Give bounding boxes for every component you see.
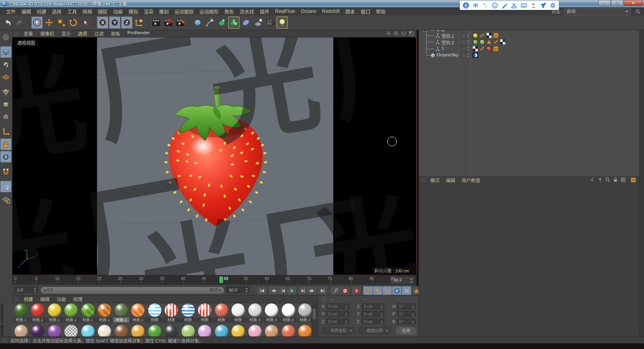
viewport-menu-item[interactable]: 面板	[107, 30, 124, 37]
material-swatch[interactable]: 材质.1	[63, 303, 79, 322]
panel-grip-icon[interactable]	[14, 31, 19, 36]
panel-grip-icon[interactable]	[14, 297, 19, 301]
menubar-item[interactable]: Redshift	[319, 8, 343, 14]
material-swatch[interactable]: 材质.1	[30, 303, 46, 322]
texture-mode-button[interactable]	[0, 59, 11, 70]
attribute-manager-menu-item[interactable]: 编辑	[443, 177, 458, 183]
menubar-item[interactable]: 运动图形	[196, 8, 221, 15]
apply-button[interactable]: 应用	[396, 327, 417, 334]
grid4-icon[interactable]	[620, 177, 626, 183]
menubar-item[interactable]: RealFlow	[272, 8, 298, 14]
material-swatch[interactable]	[13, 325, 29, 337]
apostrophe-icon[interactable]: °,	[482, 2, 489, 9]
back-arrow-icon[interactable]	[590, 177, 595, 183]
start-frame-field[interactable]: 0 F	[14, 287, 38, 293]
material-swatch[interactable]	[264, 325, 280, 337]
panel-grip-icon[interactable]	[2, 338, 6, 343]
object-row[interactable]: 空白.1	[419, 32, 640, 39]
workplane-mode-button[interactable]	[0, 71, 11, 83]
points-mode-button[interactable]	[0, 86, 11, 98]
scale-tool-button[interactable]	[56, 17, 67, 29]
object-manager-tree[interactable]: 0草莓空白.1空白.21OctaneSky	[419, 24, 640, 176]
search-icon[interactable]	[635, 9, 641, 15]
object-name[interactable]: 空白.2	[442, 39, 454, 46]
object-row[interactable]: 空白.2	[419, 39, 640, 45]
coordinate-value-field[interactable]: 0 °	[397, 319, 416, 324]
material-swatch[interactable]	[130, 325, 146, 337]
lock-x-axis-button[interactable]: X	[97, 17, 108, 29]
tag-ball-icon[interactable]	[473, 39, 478, 45]
emoji-icon[interactable]	[491, 2, 498, 9]
toggle-scale-button[interactable]	[373, 286, 382, 295]
menubar-item[interactable]: 捕捉	[95, 8, 110, 15]
material-swatch[interactable]	[80, 325, 96, 337]
tag-ball-icon[interactable]	[473, 33, 478, 38]
coordinate-mode-dropdown[interactable]: 缩放比例	[359, 327, 391, 334]
material-swatch[interactable]: 材质.3	[247, 303, 263, 322]
menubar-item[interactable]: 角色	[221, 8, 237, 15]
rotate-view-icon[interactable]	[401, 31, 407, 36]
tag-ball-icon[interactable]	[479, 39, 485, 45]
viewport-menu-item[interactable]: 查看	[20, 30, 37, 37]
coordinate-system-button[interactable]	[133, 17, 144, 29]
material-menu-item[interactable]: 功能	[53, 296, 70, 302]
material-swatch[interactable]: 材质	[180, 303, 196, 322]
layer-color-swatch[interactable]	[461, 53, 466, 58]
goto-end-button[interactable]	[317, 286, 328, 295]
visibility-dots[interactable]	[467, 40, 469, 45]
toggle-parameter-button[interactable]: P	[392, 286, 402, 295]
layer-color-swatch[interactable]	[461, 39, 466, 45]
render-queue-button[interactable]	[175, 17, 186, 29]
pan-view-icon[interactable]	[386, 31, 391, 36]
menubar-item[interactable]: 网格	[80, 8, 95, 15]
move-tool-button[interactable]	[43, 17, 55, 29]
material-swatch[interactable]	[247, 325, 263, 337]
object-name[interactable]: 1	[442, 46, 444, 51]
goto-start-button[interactable]	[257, 286, 267, 295]
keyboard-icon[interactable]	[520, 2, 527, 9]
enable-snap-button[interactable]: S	[0, 151, 11, 162]
material-menu-item[interactable]: 纹理	[70, 296, 86, 302]
end-frame-field[interactable]: 90 F	[226, 287, 250, 293]
viewport-menu-item[interactable]: ProRender	[124, 30, 154, 37]
add-deformer-button[interactable]	[240, 17, 252, 29]
menubar-item[interactable]: 模拟	[126, 8, 141, 15]
viewport-menu-item[interactable]: 过滤	[91, 30, 107, 37]
last-used-tool-button[interactable]	[80, 17, 91, 29]
material-swatch[interactable]: 材质.3	[264, 303, 280, 322]
scissors-icon[interactable]	[511, 2, 518, 9]
minimize-button[interactable]: –	[598, 0, 611, 6]
menubar-item[interactable]: 流水线	[237, 8, 257, 15]
model-mode-button[interactable]	[0, 46, 11, 58]
rotate-tool-button[interactable]	[68, 17, 79, 29]
coordinate-value-field[interactable]: 0 cm	[362, 319, 384, 324]
toggle-position-button[interactable]	[363, 286, 373, 295]
pen-ime-icon[interactable]	[501, 2, 508, 9]
tag-ball-icon[interactable]	[486, 46, 492, 52]
panel-grip-icon[interactable]	[322, 297, 326, 301]
material-swatch[interactable]: 材质.3	[280, 303, 296, 322]
menubar-item[interactable]: Octane	[298, 8, 319, 14]
perspective-viewport[interactable]: 透视视图 网格间距 : 100 cm y x z	[12, 37, 417, 275]
menubar-item[interactable]: 插件	[257, 8, 272, 15]
tag-checker-icon[interactable]	[486, 33, 492, 38]
material-swatch[interactable]: 材质.1	[113, 303, 129, 322]
attribute-manager-menu-item[interactable]: 用户数据	[458, 177, 483, 183]
object-row[interactable]: 1	[419, 46, 640, 52]
lock-z-axis-button[interactable]: Z	[121, 17, 132, 29]
menubar-item[interactable]: 选择	[49, 8, 64, 15]
menubar-item[interactable]: 渲染	[141, 8, 156, 15]
viewport-menu-item[interactable]: 显示	[58, 30, 74, 37]
lock-workplane-button[interactable]	[0, 181, 11, 192]
viewport-menu-item[interactable]: 选项	[74, 30, 91, 37]
live-selection-button[interactable]	[31, 17, 43, 29]
tag-octane-icon[interactable]	[473, 52, 478, 58]
maximize-button[interactable]: ▢	[611, 0, 623, 6]
material-swatch[interactable]: 材质	[163, 303, 180, 322]
mograph-button[interactable]	[228, 17, 239, 29]
material-swatch[interactable]: 材质.1	[130, 303, 146, 322]
coordinate-value-field[interactable]: 0 °	[397, 303, 416, 309]
layer-color-swatch[interactable]	[461, 33, 466, 38]
tag-checker-icon[interactable]	[500, 39, 506, 45]
object-name[interactable]: OctaneSky	[437, 52, 458, 57]
